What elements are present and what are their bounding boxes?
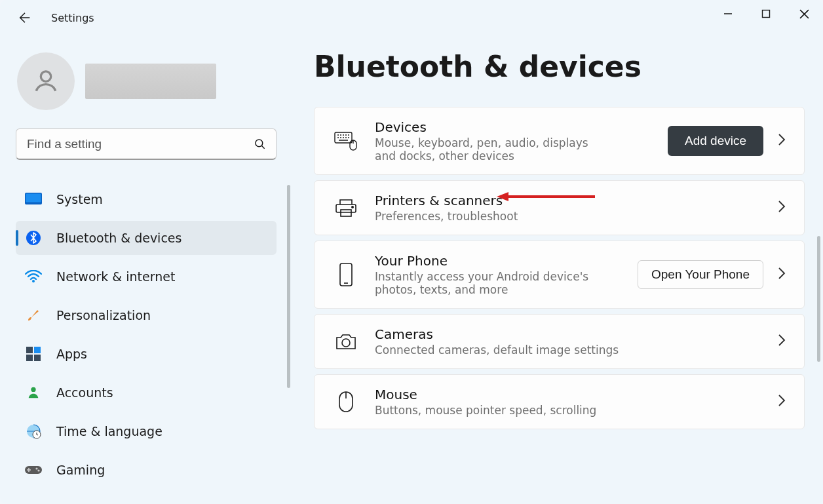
maximize-button[interactable]: [747, 0, 785, 28]
svg-rect-9: [26, 355, 33, 361]
card-title: Cameras: [375, 326, 761, 342]
main-panel: Bluetooth & devices Devices Mouse, keybo…: [298, 35, 823, 504]
window-controls: [709, 0, 823, 28]
card-title: Printers & scanners: [375, 193, 761, 208]
sidebar-item-label: System: [56, 192, 103, 206]
sidebar-item-gaming[interactable]: Gaming: [16, 453, 277, 487]
monitor-icon: [25, 191, 42, 208]
add-device-button[interactable]: Add device: [668, 126, 763, 156]
settings-window: Settings: [0, 0, 823, 504]
titlebar: Settings: [0, 0, 823, 35]
maximize-icon: [761, 9, 771, 18]
svg-rect-0: [763, 10, 770, 18]
open-your-phone-button[interactable]: Open Your Phone: [638, 260, 763, 289]
minimize-icon: [723, 9, 733, 18]
card-devices[interactable]: Devices Mouse, keyboard, pen, audio, dis…: [314, 107, 805, 175]
svg-point-1: [41, 71, 50, 81]
svg-point-21: [352, 206, 353, 208]
brush-icon: [25, 307, 42, 324]
sidebar-item-system[interactable]: System: [16, 182, 277, 216]
card-your-phone[interactable]: Your Phone Instantly access your Android…: [314, 241, 805, 309]
card-subtitle: Preferences, troubleshoot: [375, 210, 611, 223]
chevron-right-icon: [778, 267, 786, 282]
svg-rect-24: [340, 263, 352, 286]
card-cameras[interactable]: Cameras Connected cameras, default image…: [314, 314, 805, 369]
person-icon: [25, 384, 42, 401]
sidebar-item-label: Apps: [56, 347, 87, 361]
sidebar-item-accounts[interactable]: Accounts: [16, 376, 277, 410]
sidebar-item-label: Gaming: [56, 463, 105, 477]
phone-icon: [334, 262, 358, 288]
sidebar-item-label: Time & language: [56, 424, 163, 438]
avatar: [17, 52, 75, 110]
svg-point-25: [342, 339, 350, 347]
clock-globe-icon: [25, 423, 42, 440]
back-button[interactable]: [12, 5, 38, 31]
card-title: Devices: [375, 119, 651, 135]
minimize-button[interactable]: [709, 0, 747, 28]
close-icon: [799, 9, 809, 19]
sidebar-item-time-language[interactable]: Time & language: [16, 414, 277, 448]
card-mouse[interactable]: Mouse Buttons, mouse pointer speed, scro…: [314, 374, 805, 429]
svg-rect-8: [34, 347, 41, 353]
sidebar-item-network-internet[interactable]: Network & internet: [16, 260, 277, 294]
sidebar-scrollbar[interactable]: [287, 185, 290, 388]
search-box[interactable]: [16, 128, 277, 160]
sidebar: System Bluetooth & devices Network & int…: [0, 35, 298, 504]
person-icon: [31, 67, 60, 96]
printer-icon: [334, 195, 358, 221]
gamepad-icon: [25, 461, 42, 478]
svg-point-15: [35, 467, 37, 469]
svg-rect-7: [26, 347, 33, 353]
svg-rect-4: [26, 194, 41, 203]
card-printers-scanners[interactable]: Printers & scanners Preferences, trouble…: [314, 180, 805, 235]
svg-point-16: [37, 469, 39, 471]
card-title: Mouse: [375, 387, 761, 402]
svg-point-11: [31, 387, 35, 392]
arrow-left-icon: [18, 10, 32, 25]
app-title: Settings: [51, 12, 94, 24]
wifi-icon: [25, 268, 42, 285]
sidebar-item-apps[interactable]: Apps: [16, 337, 277, 371]
svg-point-6: [32, 280, 35, 282]
svg-point-2: [256, 139, 263, 146]
card-subtitle: Connected cameras, default image setting…: [375, 343, 761, 357]
sidebar-item-label: Bluetooth & devices: [56, 231, 182, 245]
chevron-right-icon: [778, 395, 786, 409]
nav-list: System Bluetooth & devices Network & int…: [16, 182, 298, 492]
search-input[interactable]: [26, 136, 254, 152]
chevron-right-icon: [778, 134, 786, 148]
page-title: Bluetooth & devices: [314, 50, 805, 83]
card-title: Your Phone: [375, 253, 621, 269]
chevron-right-icon: [778, 334, 786, 349]
svg-rect-20: [341, 210, 351, 216]
main-scrollbar[interactable]: [817, 236, 820, 362]
card-subtitle: Instantly access your Android device's p…: [375, 270, 611, 296]
keyboard-mouse-icon: [334, 128, 358, 154]
close-button[interactable]: [785, 0, 823, 28]
sidebar-item-label: Network & internet: [56, 269, 175, 284]
bluetooth-icon: [25, 229, 42, 246]
mouse-icon: [334, 389, 358, 415]
card-subtitle: Buttons, mouse pointer speed, scrolling: [375, 404, 761, 417]
sidebar-item-bluetooth-devices[interactable]: Bluetooth & devices: [16, 221, 277, 255]
sidebar-item-label: Personalization: [56, 308, 151, 322]
svg-rect-10: [34, 355, 41, 361]
svg-rect-19: [336, 204, 356, 212]
card-subtitle: Mouse, keyboard, pen, audio, displays an…: [375, 136, 611, 163]
apps-icon: [25, 345, 42, 362]
search-icon: [254, 138, 267, 151]
user-row[interactable]: [17, 52, 298, 110]
user-name-redacted: [85, 64, 216, 99]
chevron-right-icon: [778, 201, 786, 215]
sidebar-item-label: Accounts: [56, 385, 113, 400]
camera-icon: [334, 328, 358, 355]
sidebar-item-personalization[interactable]: Personalization: [16, 298, 277, 332]
